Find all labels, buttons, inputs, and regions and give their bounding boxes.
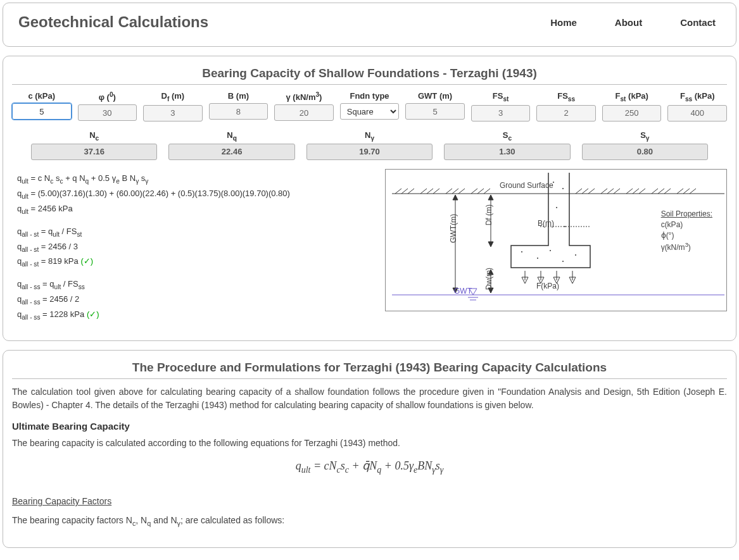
svg-point-31 — [564, 226, 565, 227]
label-b: B (m) — [209, 91, 268, 101]
label-nc: Nc — [31, 130, 157, 142]
label-ftype: Fndn type — [340, 91, 400, 101]
label-nq: Nq — [168, 130, 294, 142]
nav-about[interactable]: About — [615, 17, 642, 28]
divider — [12, 378, 727, 379]
main-nav: Home About Contact — [550, 17, 716, 28]
svg-line-12 — [484, 189, 490, 194]
label-df: Df (m) — [143, 91, 203, 103]
svg-line-2 — [401, 189, 408, 194]
svg-line-26 — [683, 189, 690, 194]
svg-point-33 — [537, 258, 538, 259]
diagram-gwt-vert: GWT(m) — [449, 214, 458, 243]
output-ny: 19.70 — [306, 144, 433, 160]
svg-marker-41 — [488, 195, 493, 200]
label-phi: φ (0) — [78, 91, 137, 102]
label-fss: Fss (kPa) — [667, 91, 727, 103]
select-foundation-type[interactable]: Square — [340, 103, 400, 120]
foundation-diagram: Ground Surface GWT(m) Df (m) Dw(m) B(m) … — [385, 169, 727, 311]
svg-line-7 — [446, 189, 452, 194]
calculator-title: Bearing Capacity of Shallow Foundations … — [12, 66, 727, 80]
output-nc: 37.16 — [31, 144, 157, 160]
article-panel: The Procedure and Formulations for Terza… — [3, 350, 736, 549]
outputs-row: Nc 37.16 Nq 22.46 Nγ 19.70 Sc 1.30 Sγ 0.… — [31, 130, 708, 161]
check-icon: (✓) — [87, 309, 99, 319]
output-nq: 22.46 — [168, 144, 294, 160]
formula-qult: qult = cNcsc + q̄Nq + 0.5γeBNγsγ — [12, 459, 727, 475]
site-title: Geotechnical Calculations — [18, 13, 208, 31]
output-sc: 1.30 — [444, 144, 570, 160]
svg-line-4 — [420, 189, 427, 194]
input-fsst[interactable] — [471, 105, 531, 121]
svg-marker-42 — [488, 242, 493, 247]
input-fst[interactable] — [602, 105, 662, 121]
svg-line-13 — [576, 189, 582, 194]
svg-point-29 — [562, 188, 564, 189]
article-paragraph: The bearing capacity is calculated accor… — [12, 437, 727, 450]
svg-line-6 — [433, 189, 439, 194]
diagram-soil-props: Soil Properties: c(kPa) ϕ(°) γ(kN/m3) — [661, 209, 712, 252]
svg-line-25 — [677, 189, 683, 194]
svg-line-8 — [452, 189, 458, 194]
svg-point-35 — [562, 261, 564, 262]
label-fsss: FSss — [536, 91, 596, 103]
svg-line-14 — [582, 189, 588, 194]
svg-point-34 — [575, 254, 576, 256]
article-heading: Ultimate Bearing Capacity — [12, 421, 727, 432]
check-icon: (✓) — [80, 256, 93, 266]
label-fsst: FSst — [471, 91, 531, 103]
header-panel: Geotechnical Calculations Home About Con… — [3, 3, 736, 47]
svg-line-9 — [458, 189, 465, 194]
diagram-bm: B(m) — [538, 219, 554, 228]
diagram-ground-label: Ground Surface — [500, 181, 553, 190]
label-gamma: γ (kN/m3) — [274, 91, 334, 102]
label-sc: Sc — [444, 130, 570, 142]
label-c: c (kPa) — [12, 91, 72, 101]
article-title: The Procedure and Formulations for Terza… — [12, 361, 727, 375]
svg-line-10 — [471, 189, 477, 194]
input-df[interactable] — [143, 105, 203, 121]
svg-line-17 — [607, 189, 614, 194]
svg-point-32 — [521, 251, 522, 252]
svg-marker-38 — [453, 195, 458, 200]
svg-line-23 — [658, 189, 664, 194]
calculation-steps: qult = c Nc sc + q Nq + 0.5 γe B Nγ sγ q… — [12, 169, 372, 330]
calculator-panel: Bearing Capacity of Shallow Foundations … — [3, 56, 736, 341]
input-phi[interactable] — [78, 104, 137, 121]
label-gwt: GWT (m) — [405, 91, 465, 101]
svg-line-16 — [601, 189, 607, 194]
label-fst: Fst (kPa) — [602, 91, 662, 103]
article-paragraph: The bearing capacity factors Nc, Nq and … — [12, 514, 727, 528]
svg-line-27 — [690, 189, 696, 194]
svg-line-19 — [626, 189, 633, 194]
label-ny: Nγ — [306, 130, 433, 142]
svg-line-3 — [408, 189, 414, 194]
svg-line-21 — [639, 189, 645, 194]
input-fss[interactable] — [667, 105, 727, 121]
svg-line-15 — [588, 189, 595, 194]
diagram-df-vert: Df (m) — [484, 204, 493, 225]
svg-line-18 — [614, 189, 620, 194]
svg-point-30 — [556, 207, 557, 208]
article-subheading: Bearing Capacity Factors — [12, 496, 111, 506]
input-fsss[interactable] — [536, 105, 596, 121]
svg-line-5 — [427, 189, 433, 194]
svg-line-11 — [477, 189, 484, 194]
output-sy: 0.80 — [582, 144, 708, 160]
diagram-fkpa: F(kPa) — [536, 282, 559, 290]
svg-line-24 — [664, 189, 671, 194]
input-c[interactable] — [12, 103, 72, 120]
diagram-gwt-label: GWT — [454, 287, 472, 296]
input-gamma[interactable] — [274, 104, 334, 121]
svg-line-22 — [652, 189, 658, 194]
label-sy: Sγ — [582, 130, 708, 142]
nav-home[interactable]: Home — [550, 17, 577, 28]
diagram-dw-vert: Dw(m) — [484, 268, 493, 290]
svg-line-1 — [395, 189, 401, 194]
input-gwt[interactable] — [405, 103, 465, 120]
inputs-row: c (kPa) φ (0) Df (m) B (m) γ (kN/m3) Fnd… — [12, 91, 727, 121]
nav-contact[interactable]: Contact — [680, 17, 716, 28]
svg-line-20 — [633, 189, 639, 194]
article-paragraph: The calculation tool given above for cal… — [12, 385, 727, 412]
input-b[interactable] — [209, 103, 268, 120]
